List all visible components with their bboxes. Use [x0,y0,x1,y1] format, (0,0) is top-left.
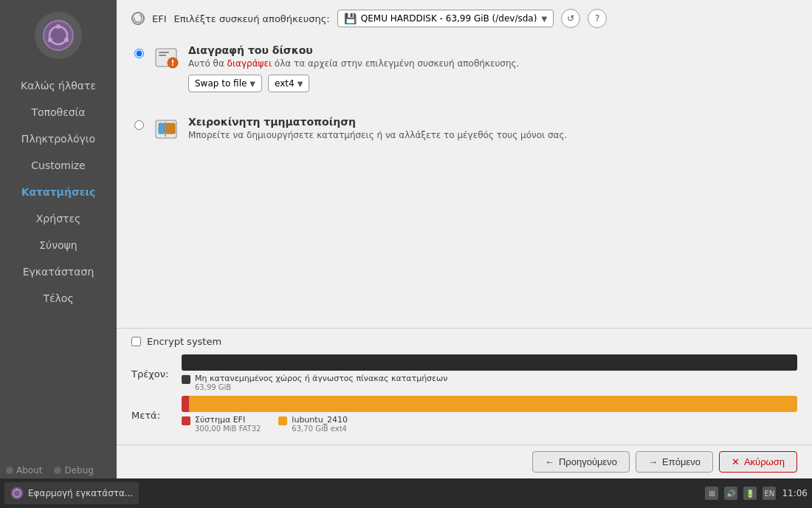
lubuntu-format: ext4 [331,425,347,433]
lubuntu-segment [189,396,797,412]
format-dropdown[interactable]: ext4 ▼ [268,75,309,92]
battery-icon[interactable]: 🔋 [743,487,757,500]
next-arrow-icon: → [648,456,658,467]
legend-text-efi: Σύστημα EFI 300,00 MiB FAT32 [195,415,261,433]
svg-point-17 [16,489,18,490]
legend-dot-efi [182,416,190,425]
current-bar-fill [182,354,797,371]
device-name: QEMU HARDDISK - 63,99 GiB (/dev/sda) [361,13,537,24]
current-disk-row: Τρέχον: Μη κατανεμημένος χώρος ή άγνωστο… [131,354,797,391]
svg-text:!: ! [171,59,175,67]
format-label: ext4 [275,78,295,89]
legend-text-lubuntu: lubuntu_2410 63,70 GiB ext4 [292,415,348,433]
swap-dropdown[interactable]: Swap to file ▼ [188,75,262,92]
sidebar-item-summary[interactable]: Σύνοψη [0,232,117,258]
svg-rect-12 [159,123,165,134]
back-arrow-icon: ← [545,456,554,467]
select-device-label: Επιλέξτε συσκευή αποθήκευσης: [174,13,330,24]
efi-size-value: 300,00 MiB [195,425,236,433]
encrypt-label: Encrypt system [147,336,221,347]
current-bar-container [182,354,797,371]
volume-icon[interactable]: 🔊 [724,487,737,500]
erase-disk-radio[interactable] [134,49,144,58]
sidebar-item-partitions[interactable]: Κατατμήσεις [0,179,117,205]
encrypt-row: Encrypt system [131,336,797,347]
sidebar-item-finish[interactable]: Τέλος [0,285,117,312]
sidebar-item-location[interactable]: Τοποθεσία [0,99,117,126]
sidebar-item-keyboard[interactable]: Πληκτρολόγιο [0,126,117,152]
sidebar-item-install[interactable]: Εγκατάσταση [0,258,117,285]
unallocated-size: 63,99 GiB [195,383,447,391]
cancel-button[interactable]: ✕ Ακύρωση [719,451,797,473]
swap-label: Swap to file [195,78,247,89]
erase-disk-text: Διαγραφή του δίσκου Αυτό θα διαγράψει όλ… [188,44,794,92]
debug-label: Debug [64,465,93,476]
device-dropdown[interactable]: 💾 QEMU HARDDISK - 63,99 GiB (/dev/sda) ▼ [337,10,554,27]
after-disk-legend: Σύστημα EFI 300,00 MiB FAT32 [182,415,797,433]
sidebar-nav: Καλώς ήλθατε Τοποθεσία Πληκτρολόγιο Cust… [0,72,117,312]
taskbar: Εφαρμογή εγκατάστα... About Debug ⊞ 🔊 🔋 … [0,478,812,508]
erase-disk-title: Διαγραφή του δίσκου [188,44,794,56]
debug-dot-icon [54,467,61,474]
about-label: About [16,465,42,476]
refresh-button[interactable]: ↺ [561,9,580,28]
efi-row: EFI Επιλέξτε συσκευή αποθήκευσης: 💾 QEMU… [131,9,797,28]
desc-after: όλα τα αρχεία στην επιλεγμένη συσκευή απ… [272,58,519,69]
swap-chevron-icon: ▼ [250,80,255,88]
swap-controls: Swap to file ▼ ext4 ▼ [188,75,794,92]
legend-dot-lubuntu [278,416,287,425]
current-disk-bar: Μη κατανεμημένος χώρος ή άγνωστος πίνακα… [182,354,797,391]
taskbar-app-label: Εφαρμογή εγκατάστα... [28,488,133,498]
efi-segment [182,396,189,412]
svg-point-5 [134,15,142,23]
svg-rect-13 [166,123,175,134]
debug-item[interactable]: Debug [54,465,93,476]
taskbar-right: ⊞ 🔊 🔋 EN 11:06 [705,487,808,500]
chevron-down-icon: ▼ [541,15,547,23]
format-chevron-icon: ▼ [297,80,303,88]
back-button[interactable]: ← Προηγούμενο [532,451,630,473]
manual-partition-text: Χειροκίνητη τμηματοποίηση Μπορείτε να δη… [188,116,794,140]
disk-section: Τρέχον: Μη κατανεμημένος χώρος ή άγνωστο… [117,354,812,444]
network-icon[interactable]: ⊞ [705,487,718,500]
keyboard-layout-icon[interactable]: EN [763,487,776,500]
sidebar: Καλώς ήλθατε Τοποθεσία Πληκτρολόγιο Cust… [0,0,117,478]
svg-point-2 [56,24,61,29]
main-content: EFI Επιλέξτε συσκευή αποθήκευσης: 💾 QEMU… [117,0,812,478]
efi-name: Σύστημα EFI [195,415,261,425]
next-button[interactable]: → Επόμενο [636,451,713,473]
about-debug-bar: About Debug [6,465,94,476]
current-disk-legend: Μη κατανεμημένος χώρος ή άγνωστος πίνακα… [182,374,797,391]
current-disk-label: Τρέχον: [131,367,176,380]
encrypt-checkbox[interactable] [131,337,141,346]
sidebar-item-welcome[interactable]: Καλώς ήλθατε [0,72,117,99]
desc-highlight: διαγράψει [227,58,272,69]
legend-dot-unallocated [182,375,190,384]
sidebar-item-users[interactable]: Χρήστες [0,205,117,232]
efi-label: EFI [152,13,167,24]
footer: ← Προηγούμενο → Επόμενο ✕ Ακύρωση [117,444,812,478]
app-logo [35,12,82,59]
help-button[interactable]: ? [588,9,607,28]
svg-point-4 [48,38,52,42]
sidebar-item-customize[interactable]: Customize [0,152,117,179]
after-disk-row: Μετά: Σύστημα EFI [131,396,797,433]
efi-size: 300,00 MiB FAT32 [195,425,261,433]
after-disk-label: Μετά: [131,408,176,421]
after-bar-container [182,396,797,412]
manual-partition-radio[interactable] [134,120,144,130]
clock: 11:06 [782,488,808,498]
manual-partition-title: Χειροκίνητη τμηματοποίηση [188,116,794,128]
manual-partition-desc: Μπορείτε να δημιουργήσετε κατατμήσεις ή … [188,130,794,140]
cancel-label: Ακύρωση [744,456,785,467]
lubuntu-name: lubuntu_2410 [292,415,348,425]
bottom-section: Encrypt system [117,328,812,354]
lubuntu-size: 63,70 GiB ext4 [292,425,348,433]
taskbar-app-button[interactable]: Εφαρμογή εγκατάστα... [4,482,139,504]
about-item[interactable]: About [6,465,42,476]
legend-unallocated: Μη κατανεμημένος χώρος ή άγνωστος πίνακα… [182,374,447,391]
desc-before: Αυτό θα [188,58,227,69]
lubuntu-size-value: 63,70 GiB [292,425,328,433]
after-bar-colorful [182,396,797,412]
after-disk-bar: Σύστημα EFI 300,00 MiB FAT32 [182,396,797,433]
